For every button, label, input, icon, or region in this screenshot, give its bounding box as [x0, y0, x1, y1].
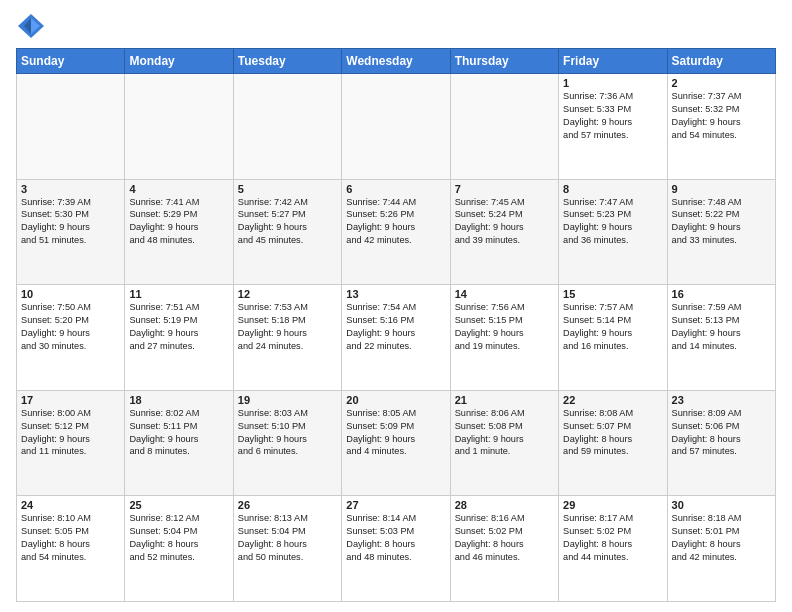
weekday-header-tuesday: Tuesday — [233, 49, 341, 74]
day-cell: 12Sunrise: 7:53 AM Sunset: 5:18 PM Dayli… — [233, 285, 341, 391]
day-cell: 27Sunrise: 8:14 AM Sunset: 5:03 PM Dayli… — [342, 496, 450, 602]
day-info: Sunrise: 8:06 AM Sunset: 5:08 PM Dayligh… — [455, 407, 554, 459]
day-cell: 7Sunrise: 7:45 AM Sunset: 5:24 PM Daylig… — [450, 179, 558, 285]
weekday-header-friday: Friday — [559, 49, 667, 74]
weekday-header-monday: Monday — [125, 49, 233, 74]
day-info: Sunrise: 8:09 AM Sunset: 5:06 PM Dayligh… — [672, 407, 771, 459]
day-cell — [233, 74, 341, 180]
day-number: 16 — [672, 288, 771, 300]
day-number: 24 — [21, 499, 120, 511]
day-cell: 23Sunrise: 8:09 AM Sunset: 5:06 PM Dayli… — [667, 390, 775, 496]
calendar-table: SundayMondayTuesdayWednesdayThursdayFrid… — [16, 48, 776, 602]
day-info: Sunrise: 7:48 AM Sunset: 5:22 PM Dayligh… — [672, 196, 771, 248]
day-cell: 2Sunrise: 7:37 AM Sunset: 5:32 PM Daylig… — [667, 74, 775, 180]
day-info: Sunrise: 8:17 AM Sunset: 5:02 PM Dayligh… — [563, 512, 662, 564]
day-info: Sunrise: 7:54 AM Sunset: 5:16 PM Dayligh… — [346, 301, 445, 353]
day-info: Sunrise: 7:41 AM Sunset: 5:29 PM Dayligh… — [129, 196, 228, 248]
day-cell: 18Sunrise: 8:02 AM Sunset: 5:11 PM Dayli… — [125, 390, 233, 496]
day-number: 1 — [563, 77, 662, 89]
day-info: Sunrise: 7:59 AM Sunset: 5:13 PM Dayligh… — [672, 301, 771, 353]
day-number: 20 — [346, 394, 445, 406]
day-number: 2 — [672, 77, 771, 89]
day-info: Sunrise: 7:36 AM Sunset: 5:33 PM Dayligh… — [563, 90, 662, 142]
week-row-2: 3Sunrise: 7:39 AM Sunset: 5:30 PM Daylig… — [17, 179, 776, 285]
day-cell: 15Sunrise: 7:57 AM Sunset: 5:14 PM Dayli… — [559, 285, 667, 391]
day-cell: 25Sunrise: 8:12 AM Sunset: 5:04 PM Dayli… — [125, 496, 233, 602]
weekday-header-thursday: Thursday — [450, 49, 558, 74]
day-info: Sunrise: 7:50 AM Sunset: 5:20 PM Dayligh… — [21, 301, 120, 353]
day-info: Sunrise: 7:45 AM Sunset: 5:24 PM Dayligh… — [455, 196, 554, 248]
day-cell: 8Sunrise: 7:47 AM Sunset: 5:23 PM Daylig… — [559, 179, 667, 285]
day-number: 14 — [455, 288, 554, 300]
weekday-header-row: SundayMondayTuesdayWednesdayThursdayFrid… — [17, 49, 776, 74]
day-cell — [17, 74, 125, 180]
day-cell: 26Sunrise: 8:13 AM Sunset: 5:04 PM Dayli… — [233, 496, 341, 602]
day-number: 10 — [21, 288, 120, 300]
day-number: 29 — [563, 499, 662, 511]
day-number: 26 — [238, 499, 337, 511]
day-number: 19 — [238, 394, 337, 406]
day-number: 17 — [21, 394, 120, 406]
day-info: Sunrise: 8:13 AM Sunset: 5:04 PM Dayligh… — [238, 512, 337, 564]
day-cell: 11Sunrise: 7:51 AM Sunset: 5:19 PM Dayli… — [125, 285, 233, 391]
day-number: 4 — [129, 183, 228, 195]
day-cell: 16Sunrise: 7:59 AM Sunset: 5:13 PM Dayli… — [667, 285, 775, 391]
day-info: Sunrise: 7:51 AM Sunset: 5:19 PM Dayligh… — [129, 301, 228, 353]
day-info: Sunrise: 7:44 AM Sunset: 5:26 PM Dayligh… — [346, 196, 445, 248]
day-info: Sunrise: 7:42 AM Sunset: 5:27 PM Dayligh… — [238, 196, 337, 248]
header — [16, 12, 776, 40]
day-number: 6 — [346, 183, 445, 195]
day-info: Sunrise: 7:53 AM Sunset: 5:18 PM Dayligh… — [238, 301, 337, 353]
logo-icon — [16, 12, 46, 40]
day-info: Sunrise: 7:39 AM Sunset: 5:30 PM Dayligh… — [21, 196, 120, 248]
day-number: 11 — [129, 288, 228, 300]
day-cell: 28Sunrise: 8:16 AM Sunset: 5:02 PM Dayli… — [450, 496, 558, 602]
day-info: Sunrise: 8:08 AM Sunset: 5:07 PM Dayligh… — [563, 407, 662, 459]
day-cell: 20Sunrise: 8:05 AM Sunset: 5:09 PM Dayli… — [342, 390, 450, 496]
day-cell — [125, 74, 233, 180]
day-info: Sunrise: 8:03 AM Sunset: 5:10 PM Dayligh… — [238, 407, 337, 459]
day-info: Sunrise: 8:05 AM Sunset: 5:09 PM Dayligh… — [346, 407, 445, 459]
day-number: 27 — [346, 499, 445, 511]
day-number: 12 — [238, 288, 337, 300]
day-number: 21 — [455, 394, 554, 406]
day-number: 30 — [672, 499, 771, 511]
day-number: 3 — [21, 183, 120, 195]
day-info: Sunrise: 7:56 AM Sunset: 5:15 PM Dayligh… — [455, 301, 554, 353]
day-cell: 9Sunrise: 7:48 AM Sunset: 5:22 PM Daylig… — [667, 179, 775, 285]
weekday-header-sunday: Sunday — [17, 49, 125, 74]
day-cell: 10Sunrise: 7:50 AM Sunset: 5:20 PM Dayli… — [17, 285, 125, 391]
day-info: Sunrise: 8:14 AM Sunset: 5:03 PM Dayligh… — [346, 512, 445, 564]
day-number: 25 — [129, 499, 228, 511]
day-number: 23 — [672, 394, 771, 406]
day-cell: 14Sunrise: 7:56 AM Sunset: 5:15 PM Dayli… — [450, 285, 558, 391]
day-cell: 30Sunrise: 8:18 AM Sunset: 5:01 PM Dayli… — [667, 496, 775, 602]
day-info: Sunrise: 8:10 AM Sunset: 5:05 PM Dayligh… — [21, 512, 120, 564]
week-row-5: 24Sunrise: 8:10 AM Sunset: 5:05 PM Dayli… — [17, 496, 776, 602]
day-info: Sunrise: 7:47 AM Sunset: 5:23 PM Dayligh… — [563, 196, 662, 248]
day-cell: 4Sunrise: 7:41 AM Sunset: 5:29 PM Daylig… — [125, 179, 233, 285]
day-info: Sunrise: 8:00 AM Sunset: 5:12 PM Dayligh… — [21, 407, 120, 459]
day-info: Sunrise: 7:37 AM Sunset: 5:32 PM Dayligh… — [672, 90, 771, 142]
logo — [16, 12, 50, 40]
page: SundayMondayTuesdayWednesdayThursdayFrid… — [0, 0, 792, 612]
week-row-1: 1Sunrise: 7:36 AM Sunset: 5:33 PM Daylig… — [17, 74, 776, 180]
day-info: Sunrise: 8:18 AM Sunset: 5:01 PM Dayligh… — [672, 512, 771, 564]
weekday-header-wednesday: Wednesday — [342, 49, 450, 74]
day-info: Sunrise: 8:02 AM Sunset: 5:11 PM Dayligh… — [129, 407, 228, 459]
day-number: 18 — [129, 394, 228, 406]
day-cell: 24Sunrise: 8:10 AM Sunset: 5:05 PM Dayli… — [17, 496, 125, 602]
day-number: 9 — [672, 183, 771, 195]
day-cell: 5Sunrise: 7:42 AM Sunset: 5:27 PM Daylig… — [233, 179, 341, 285]
weekday-header-saturday: Saturday — [667, 49, 775, 74]
day-cell: 1Sunrise: 7:36 AM Sunset: 5:33 PM Daylig… — [559, 74, 667, 180]
day-cell — [342, 74, 450, 180]
day-cell: 17Sunrise: 8:00 AM Sunset: 5:12 PM Dayli… — [17, 390, 125, 496]
day-number: 28 — [455, 499, 554, 511]
day-cell: 21Sunrise: 8:06 AM Sunset: 5:08 PM Dayli… — [450, 390, 558, 496]
day-number: 7 — [455, 183, 554, 195]
day-cell: 29Sunrise: 8:17 AM Sunset: 5:02 PM Dayli… — [559, 496, 667, 602]
day-info: Sunrise: 8:12 AM Sunset: 5:04 PM Dayligh… — [129, 512, 228, 564]
day-number: 22 — [563, 394, 662, 406]
day-cell: 19Sunrise: 8:03 AM Sunset: 5:10 PM Dayli… — [233, 390, 341, 496]
